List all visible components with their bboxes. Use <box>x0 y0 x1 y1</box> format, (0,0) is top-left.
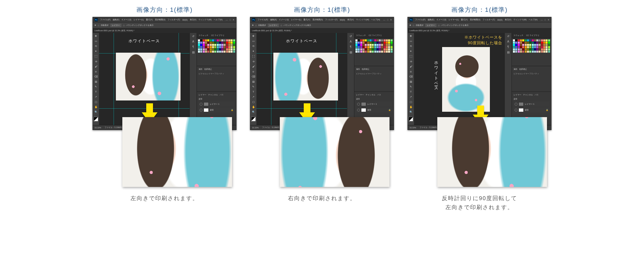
swatch-color[interactable] <box>231 42 233 44</box>
swatch-color[interactable] <box>224 44 226 46</box>
swatch-color[interactable] <box>374 42 376 44</box>
swatch-color[interactable] <box>217 39 219 41</box>
swatch-color[interactable] <box>384 48 386 50</box>
swatch-color[interactable] <box>210 44 212 46</box>
swatch-color[interactable] <box>198 39 200 41</box>
swatch-tab[interactable]: スウォッチ <box>514 34 523 37</box>
visibility-icon[interactable] <box>357 103 360 106</box>
swatch-color[interactable] <box>522 48 524 50</box>
swatch-color[interactable] <box>384 39 386 41</box>
eyedropper-tool-icon[interactable]: ⌯ <box>409 59 413 63</box>
swatch-color[interactable] <box>217 42 219 44</box>
swatch-color[interactable] <box>228 39 230 41</box>
swatch-color[interactable] <box>370 39 371 41</box>
swatch-color[interactable] <box>548 51 550 53</box>
swatch-color[interactable] <box>224 51 226 53</box>
fgbg-swatch-icon[interactable] <box>251 117 256 121</box>
menu-image[interactable]: イメージ(I) <box>279 18 289 21</box>
eyedropper-tool-icon[interactable]: ⌯ <box>251 59 255 63</box>
swatch-color[interactable] <box>212 44 214 46</box>
properties-tab[interactable]: 属性 <box>199 68 202 71</box>
swatch-color[interactable] <box>231 48 233 50</box>
swatch-color[interactable] <box>226 48 228 50</box>
swatch-color[interactable] <box>200 44 202 46</box>
menu-file[interactable]: ファイル(F) <box>100 18 111 21</box>
pen-tool-icon[interactable]: ✎ <box>409 85 413 89</box>
minimize-icon[interactable]: — <box>541 19 543 21</box>
swatch-color[interactable] <box>365 51 367 53</box>
maximize-icon[interactable]: □ <box>387 19 388 21</box>
swatch-color[interactable] <box>198 44 200 46</box>
move-tool-icon[interactable]: ✥ <box>409 24 411 26</box>
swatch-color[interactable] <box>381 46 383 48</box>
canvas-image[interactable] <box>116 53 181 100</box>
swatch-color[interactable] <box>527 39 529 41</box>
swatch-color[interactable] <box>217 48 219 50</box>
swatch-color[interactable] <box>367 48 369 50</box>
swatches-panel[interactable] <box>354 38 394 66</box>
swatch-color[interactable] <box>518 44 520 46</box>
swatch-color[interactable] <box>362 51 364 53</box>
swatch-color[interactable] <box>217 44 219 46</box>
visibility-icon[interactable] <box>515 103 517 106</box>
swatch-color[interactable] <box>219 48 221 50</box>
swatch-color[interactable] <box>207 48 209 50</box>
swatch-color[interactable] <box>379 48 381 50</box>
eraser-tool-icon[interactable]: ⌫ <box>94 75 98 79</box>
swatch-color[interactable] <box>388 39 390 41</box>
swatch-color[interactable] <box>231 51 233 53</box>
menu-filter[interactable]: フィルター(T) <box>325 18 337 21</box>
swatch-color[interactable] <box>370 46 371 48</box>
menu-edit[interactable]: 編集(E) <box>113 18 119 21</box>
layers-tab[interactable]: レイヤー <box>514 93 521 96</box>
swatch-color[interactable] <box>515 39 517 41</box>
swatch-color[interactable] <box>226 44 228 46</box>
swatch-color[interactable] <box>515 44 517 46</box>
maximize-icon[interactable]: □ <box>544 19 546 21</box>
blend-mode-select[interactable]: 通常 <box>199 98 202 100</box>
move-tool-icon[interactable]: ✥ <box>94 24 96 26</box>
swatch-color[interactable] <box>384 46 386 48</box>
swatch-color[interactable] <box>527 46 529 48</box>
swatch-color[interactable] <box>518 46 520 48</box>
swatch-color[interactable] <box>203 39 205 41</box>
swatch-color[interactable] <box>529 42 531 44</box>
brush-tool-icon[interactable]: 🖌 <box>251 64 255 68</box>
layer-row[interactable]: レイヤー 1 <box>356 102 392 107</box>
swatch-color[interactable] <box>205 42 207 44</box>
layers-tab[interactable]: レイヤー <box>356 93 364 96</box>
cclib-tab[interactable]: CC ライブラリ <box>526 34 539 37</box>
cclib-tab[interactable]: CC ライブラリ <box>369 34 382 37</box>
swatch-color[interactable] <box>203 44 205 46</box>
hand-tool-icon[interactable]: ✋ <box>409 105 413 109</box>
swatch-color[interactable] <box>543 44 545 46</box>
swatch-color[interactable] <box>212 48 214 50</box>
swatch-color[interactable] <box>200 46 202 48</box>
layer-row[interactable]: レイヤー 1 <box>199 102 235 107</box>
paths-tab[interactable]: パス <box>220 93 224 96</box>
lasso-tool-icon[interactable]: ⟲ <box>94 44 98 48</box>
swatch-color[interactable] <box>372 51 374 53</box>
swatch-color[interactable] <box>543 48 545 50</box>
marquee-tool-icon[interactable]: ▭ <box>251 39 255 43</box>
opt-autoselect[interactable]: 自動選択 <box>416 24 424 27</box>
swatch-color[interactable] <box>212 51 214 53</box>
opt-bbox[interactable]: バウンディングボックスを表示 <box>441 24 469 27</box>
swatch-color[interactable] <box>515 46 517 48</box>
swatch-color[interactable] <box>513 39 515 41</box>
menu-3d[interactable]: 3D(D) <box>340 19 345 21</box>
swatch-color[interactable] <box>546 46 548 48</box>
visibility-icon[interactable] <box>200 109 202 111</box>
swatch-color[interactable] <box>362 44 364 46</box>
hand-tool-icon[interactable]: ✋ <box>251 105 255 109</box>
crop-tool-icon[interactable]: ⛶ <box>409 54 413 58</box>
swatch-color[interactable] <box>548 48 550 50</box>
swatch-color[interactable] <box>226 42 228 44</box>
swatch-color[interactable] <box>513 42 515 44</box>
menu-layer[interactable]: レイヤー(L) <box>291 18 301 21</box>
swatch-color[interactable] <box>200 51 202 53</box>
swatch-color[interactable] <box>386 42 388 44</box>
swatch-color[interactable] <box>541 46 543 48</box>
fgbg-swatch-icon[interactable] <box>94 117 98 121</box>
swatch-color[interactable] <box>381 44 383 46</box>
